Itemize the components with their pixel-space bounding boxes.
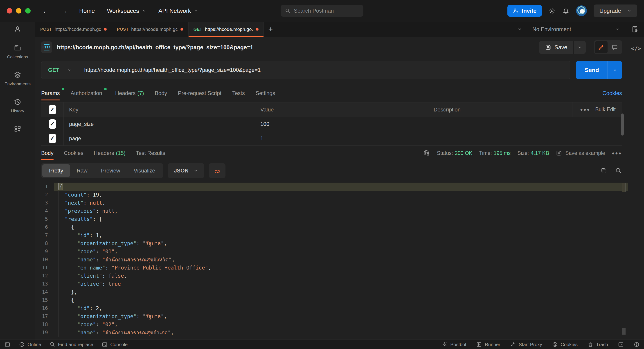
trash-button[interactable]: Trash <box>588 341 608 347</box>
code-line[interactable]: 9 "code": "01", <box>35 247 628 256</box>
code-line[interactable]: 14 }, <box>35 288 628 296</box>
help-button[interactable] <box>634 341 640 347</box>
view-preview[interactable]: Preview <box>94 164 127 177</box>
size-badge[interactable]: Size:4.17 KB <box>517 150 549 156</box>
response-tab-body[interactable]: Body <box>41 146 54 160</box>
forward-icon[interactable]: → <box>60 7 68 15</box>
sidebar-item-environments[interactable]: Environments <box>4 71 30 87</box>
back-icon[interactable]: ← <box>42 7 50 15</box>
status-badge[interactable]: Status:200 OK <box>437 150 472 156</box>
cookies-link[interactable]: Cookies <box>602 90 622 96</box>
environment-quick-look-button[interactable] <box>626 22 644 37</box>
cookies-button[interactable]: Cookies <box>552 341 578 347</box>
code-line[interactable]: 3 "next": null, <box>35 199 628 207</box>
code-line[interactable]: 5 "results": [ <box>35 215 628 223</box>
response-more-options-button[interactable]: ●●● <box>612 151 622 156</box>
upgrade-button[interactable]: Upgrade <box>594 5 637 17</box>
response-body-editor[interactable]: 1{2 "count": 19,3 "next": null,4 "previo… <box>35 181 628 339</box>
copy-response-button[interactable] <box>600 167 607 174</box>
code-line[interactable]: 13 "active": true <box>35 280 628 288</box>
settings-gear-button[interactable] <box>548 7 556 15</box>
send-options-button[interactable] <box>608 61 622 79</box>
url-input[interactable]: https://hcode.moph.go.th/api/health_offi… <box>78 67 260 73</box>
sidebar-item-history[interactable]: History <box>11 98 24 114</box>
param-key[interactable]: page <box>64 131 255 145</box>
code-line[interactable]: 12 "client": false, <box>35 272 628 280</box>
tab-list-dropdown-button[interactable] <box>513 22 526 37</box>
tab-authorization[interactable]: Authorization <box>71 84 102 102</box>
scrollbar-thumb[interactable] <box>621 114 624 136</box>
row-checkbox[interactable]: ✓ <box>49 119 56 129</box>
toggle-sidebar-button[interactable] <box>4 341 10 347</box>
param-description[interactable] <box>428 131 572 145</box>
console-button[interactable]: Console <box>102 341 128 347</box>
sidebar-item-collections[interactable]: Collections <box>7 44 28 60</box>
code-line[interactable]: 8 "organization_type": "รัฐบาล", <box>35 239 628 247</box>
code-line[interactable]: 15 { <box>35 296 628 304</box>
param-key[interactable]: page_size <box>64 117 255 131</box>
code-line[interactable]: 19 "name": "สำนักงานสาธารณสุขอำเภอ", <box>35 328 628 337</box>
notifications-button[interactable] <box>562 8 569 14</box>
invite-button[interactable]: Invite <box>508 5 542 17</box>
code-line[interactable]: 6 { <box>35 223 628 231</box>
send-button[interactable]: Send <box>576 61 608 79</box>
comments-button[interactable] <box>608 41 621 53</box>
bulk-edit-button[interactable]: ●●●Bulk Edit <box>572 103 622 117</box>
environment-selector[interactable]: No Environment <box>526 22 626 37</box>
row-checkbox[interactable]: ✓ <box>49 134 56 143</box>
response-tab-cookies[interactable]: Cookies <box>64 146 84 160</box>
code-line[interactable]: 18 "code": "02", <box>35 320 628 328</box>
start-proxy-button[interactable]: Start Proxy <box>510 341 542 347</box>
format-selector[interactable]: JSON <box>168 163 204 178</box>
tab-headers[interactable]: Headers(7) <box>115 84 144 102</box>
more-options-icon[interactable]: ●●● <box>580 107 590 112</box>
save-options-button[interactable] <box>573 41 586 54</box>
scrollbar-thumb[interactable] <box>622 183 626 192</box>
response-tab-headers[interactable]: Headers(15) <box>94 146 125 160</box>
close-window-button[interactable] <box>7 8 12 14</box>
tab-params[interactable]: Params <box>41 84 60 102</box>
new-tab-button[interactable]: + <box>264 22 277 37</box>
runner-button[interactable]: Runner <box>476 341 500 347</box>
search-input[interactable] <box>294 8 359 14</box>
tab-pre-request-script[interactable]: Pre-request Script <box>178 84 222 102</box>
wrap-lines-button[interactable] <box>209 163 226 178</box>
api-network-menu[interactable]: API Network <box>158 8 198 15</box>
home-menu[interactable]: Home <box>79 8 95 15</box>
method-selector[interactable]: GET <box>42 67 78 73</box>
two-pane-button[interactable] <box>618 341 624 347</box>
param-value[interactable]: 100 <box>255 117 428 131</box>
postbot-button[interactable]: Postbot <box>442 341 466 347</box>
code-line[interactable]: 17 "organization_type": "รัฐบาล", <box>35 312 628 320</box>
code-line[interactable]: 1{ <box>35 183 628 191</box>
tab-settings[interactable]: Settings <box>256 84 275 102</box>
workspace-user-button[interactable] <box>14 25 22 33</box>
save-as-example-button[interactable]: Save as example <box>556 150 605 156</box>
request-tab-3-active[interactable]: GET https://hcode.moph.go. <box>188 22 264 37</box>
scrollbar-thumb[interactable] <box>622 328 626 334</box>
code-line[interactable]: 11 "en_name": "Province Public Health Of… <box>35 264 628 272</box>
sidebar-item-more[interactable] <box>14 125 22 133</box>
view-pretty[interactable]: Pretty <box>42 164 70 177</box>
code-line[interactable]: 2 "count": 19, <box>35 191 628 199</box>
save-button[interactable]: Save <box>539 41 573 54</box>
code-line[interactable]: 7 "id": 1, <box>35 231 628 239</box>
avatar[interactable] <box>576 6 587 16</box>
view-visualize[interactable]: Visualize <box>127 164 162 177</box>
connection-status[interactable]: Online <box>19 341 41 347</box>
param-description[interactable] <box>428 117 572 131</box>
select-all-checkbox[interactable]: ✓ <box>49 105 56 114</box>
code-line[interactable]: 10 "name": "สำนักงานสาธารณสุขจังหวัด", <box>35 256 628 264</box>
view-raw[interactable]: Raw <box>70 164 94 177</box>
response-tab-test-results[interactable]: Test Results <box>136 146 166 160</box>
tab-tests[interactable]: Tests <box>232 84 245 102</box>
maximize-window-button[interactable] <box>25 8 30 14</box>
find-and-replace-button[interactable]: Find and replace <box>50 341 93 347</box>
request-tab-2[interactable]: POST https://hcode.moph.gc <box>112 22 188 37</box>
code-line[interactable]: 16 "id": 2, <box>35 304 628 312</box>
tab-body[interactable]: Body <box>155 84 167 102</box>
globe-lock-icon[interactable] <box>423 150 430 157</box>
search-response-button[interactable] <box>615 167 622 174</box>
code-line[interactable]: 4 "previous": null, <box>35 207 628 215</box>
global-search[interactable] <box>280 5 364 17</box>
